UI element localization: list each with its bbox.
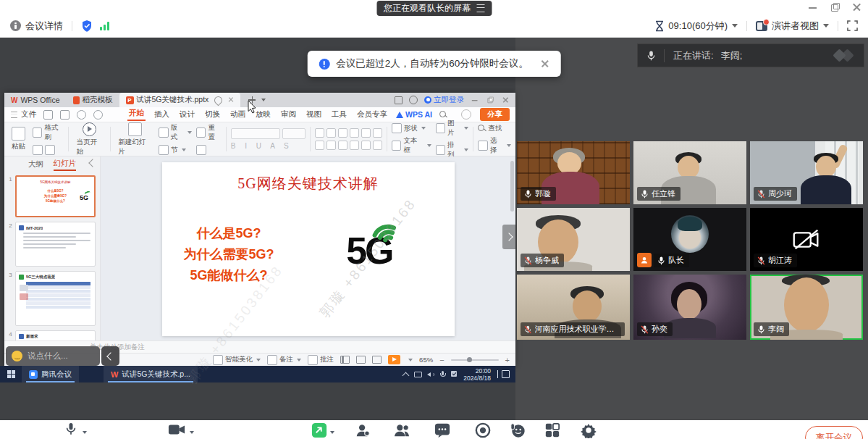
play-options-caret[interactable] (408, 359, 413, 361)
canvas-scrollbar[interactable] (510, 161, 514, 212)
participant-tile[interactable]: 郭璇 (517, 141, 630, 204)
expand-panel-button[interactable] (502, 225, 515, 249)
chat-input[interactable]: 说点什么... (6, 346, 100, 366)
reset-button[interactable]: 重置 (196, 123, 222, 142)
restore-button[interactable] (830, 3, 839, 12)
emoji-icon[interactable] (12, 351, 22, 361)
notes-toggle-button[interactable]: 备注 (267, 355, 301, 365)
camera-button[interactable] (168, 422, 185, 437)
participant-tile[interactable]: 杨争威 (517, 208, 630, 271)
taskbar-app-meeting[interactable]: 腾讯会议 (22, 366, 79, 382)
paste-button[interactable]: 粘贴 (9, 126, 28, 152)
security-tray-icon[interactable] (451, 371, 458, 377)
ribbon-tab-view[interactable]: 视图 (305, 109, 323, 120)
file-menu[interactable]: 文件 (10, 109, 36, 120)
ribbon-tab-transition[interactable]: 切换 (203, 109, 222, 120)
mic-options-caret[interactable] (83, 431, 87, 434)
outline-tab[interactable]: 大纲 (28, 159, 43, 170)
share-screen-button[interactable] (311, 422, 327, 438)
camera-options-caret[interactable] (190, 431, 194, 434)
comment-button[interactable]: 批注 (308, 355, 334, 365)
layout-button[interactable]: 版式 (159, 123, 192, 142)
display-tray-icon[interactable] (414, 371, 421, 377)
ribbon-tab-design[interactable]: 设计 (178, 109, 196, 120)
share-options-caret[interactable] (330, 431, 334, 434)
dismiss-notice-button[interactable] (541, 59, 549, 68)
participant-tile[interactable]: 任立锋 (633, 141, 746, 204)
participant-tile[interactable]: 周少珂 (750, 141, 863, 204)
ribbon-tab-tools[interactable]: 工具 (330, 109, 348, 120)
network-signal-icon[interactable] (100, 22, 109, 30)
slide-thumbnail-4[interactable]: 4 新需求 (6, 330, 96, 340)
section-button[interactable]: 节 (159, 145, 192, 155)
help-icon[interactable] (409, 96, 418, 104)
view-mode-button[interactable]: 演讲者视图 (772, 20, 819, 33)
font-style-buttons[interactable]: B I U A S (231, 142, 292, 150)
wps-close-button[interactable] (502, 97, 508, 103)
fullscreen-icon[interactable] (847, 20, 858, 31)
save-icon[interactable] (43, 110, 53, 120)
find-button[interactable]: 查找 (478, 124, 511, 133)
wps-ai-button[interactable]: WPS AI (396, 110, 432, 119)
mic-button[interactable] (64, 422, 78, 438)
reaction-button[interactable] (510, 422, 526, 438)
ribbon-tab-home[interactable]: 开始 (127, 108, 146, 121)
close-tab-icon[interactable] (228, 97, 234, 103)
minimize-button[interactable] (809, 3, 817, 12)
wps-restore-button[interactable] (487, 97, 493, 103)
ribbon-tab-member[interactable]: 会员专享 (355, 109, 389, 120)
slideshow-play-button[interactable] (388, 355, 400, 364)
current-slide[interactable]: 5G网络关键技术讲解 什么是5G? 为什么需要5G? 5G能做什么? 5G (162, 162, 455, 336)
reading-view-button[interactable] (372, 356, 382, 364)
cut-icon[interactable] (33, 145, 43, 155)
chat-button[interactable] (434, 422, 450, 438)
smart-beautify-button[interactable]: 智能美化 (213, 355, 261, 365)
start-button[interactable] (0, 370, 22, 378)
close-button[interactable] (852, 3, 861, 12)
taskbar-clock[interactable]: 20:00 2024/8/18 (463, 367, 491, 382)
shapes-button[interactable]: 形状 (392, 123, 431, 133)
view-mode-caret[interactable] (823, 24, 829, 28)
picture-button[interactable]: 图片 (436, 119, 469, 138)
font-size-box[interactable] (282, 128, 306, 139)
members-button[interactable] (394, 422, 411, 438)
search-icon[interactable] (439, 111, 447, 119)
notes-icon[interactable] (196, 145, 206, 155)
ribbon-tab-insert[interactable]: 插入 (153, 109, 171, 120)
slide-thumbnail-2[interactable]: 2 IMT-2020 (6, 222, 96, 267)
banner-menu-icon[interactable] (476, 4, 484, 12)
meeting-details-button[interactable]: 会议详情 (25, 20, 63, 33)
copy-icon[interactable] (45, 145, 55, 155)
sorter-view-button[interactable] (356, 356, 366, 364)
security-shield-icon[interactable] (81, 20, 93, 33)
settings-button[interactable] (581, 422, 597, 438)
zoom-out-button[interactable]: − (439, 356, 444, 364)
collapse-chat-button[interactable] (101, 346, 119, 366)
action-center-icon[interactable] (497, 370, 510, 378)
slides-tab[interactable]: 幻灯片 (54, 159, 77, 171)
slide-thumbnail-1[interactable]: 1 5G网络关键技术讲解 什么是5G?为什么需要5G?5G能做什么? 5G (6, 175, 96, 217)
login-button[interactable]: 立即登录 (424, 95, 464, 105)
participant-tile[interactable]: 队长 (633, 208, 746, 271)
pin-tab-icon[interactable] (213, 94, 224, 106)
mic-tray-icon[interactable] (439, 371, 446, 377)
record-button[interactable] (475, 422, 491, 438)
window-layout-icon[interactable] (395, 96, 403, 104)
share-document-button[interactable]: 分享 (480, 108, 510, 121)
participant-tile[interactable]: 胡江涛 (750, 208, 863, 271)
collapse-ribbon-icon[interactable] (461, 109, 471, 120)
font-name-box[interactable] (231, 128, 280, 139)
tab-wps-home[interactable]: W WPS Office (4, 93, 67, 107)
play-from-current-button[interactable]: 当页开始 (73, 122, 106, 157)
paragraph-buttons-row1[interactable] (315, 128, 382, 138)
select-button[interactable]: 选择 (478, 136, 511, 155)
ribbon-tab-review[interactable]: 审阅 (279, 109, 298, 120)
timer-dropdown-caret[interactable] (732, 24, 738, 28)
textbox-button[interactable]: 文本框 (392, 136, 431, 155)
tab-document[interactable]: P 试讲5G关键技术.pptx (119, 93, 241, 107)
print-icon[interactable] (60, 110, 69, 120)
participant-tile[interactable]: 河南应用技术职业学院-... (517, 275, 630, 340)
tab-docer[interactable]: 稻壳模板 (67, 93, 119, 107)
ribbon-tab-animation[interactable]: 动画 (229, 109, 247, 120)
paragraph-buttons-row2[interactable] (315, 141, 382, 150)
